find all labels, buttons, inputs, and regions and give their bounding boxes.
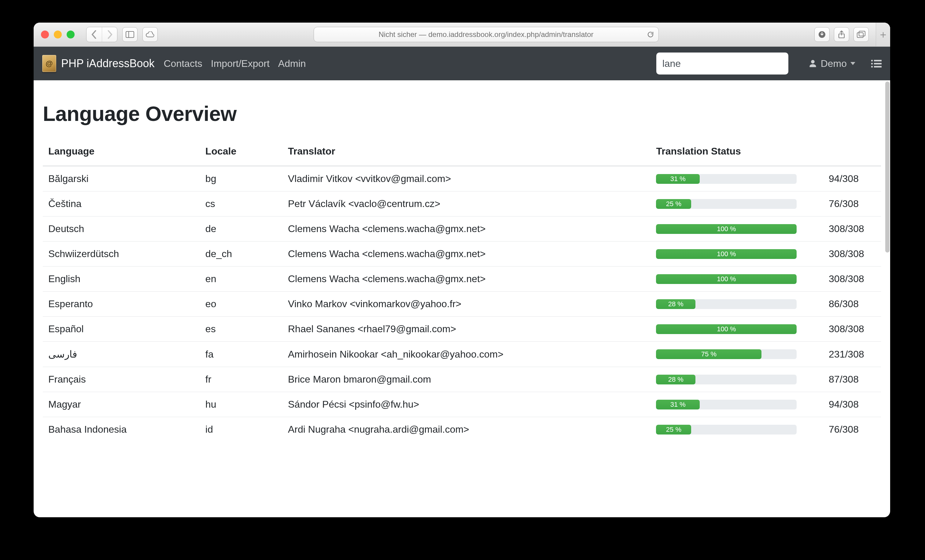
progress-pct: 100 %: [656, 324, 797, 334]
user-icon: [809, 59, 817, 68]
cell-language: Esperanto: [43, 291, 200, 317]
progress-bar: 31 %: [656, 174, 797, 184]
address-bar[interactable]: Nicht sicher — demo.iaddressbook.org/ind…: [313, 27, 659, 42]
progress-pct: 28 %: [656, 375, 695, 384]
progress-bar: 100 %: [656, 324, 797, 334]
share-button[interactable]: [834, 27, 849, 42]
cell-locale: id: [200, 417, 282, 442]
table-row: EsperantoeoVinko Markov <vinkomarkov@yah…: [43, 291, 881, 317]
search-input[interactable]: [656, 53, 788, 75]
table-row: EspañolesRhael Sananes <rhael79@gmail.co…: [43, 317, 881, 342]
progress-bar: 100 %: [656, 249, 797, 259]
cell-translator: Amirhosein Nikookar <ah_nikookar@yahoo.c…: [282, 342, 651, 367]
chevron-down-icon: [850, 62, 855, 65]
cell-language: Schwiizerdütsch: [43, 242, 200, 267]
scrollbar[interactable]: [884, 80, 890, 517]
language-table: Language Locale Translator Translation S…: [43, 140, 881, 442]
cell-language: Bahasa Indonesia: [43, 417, 200, 442]
progress-pct: 28 %: [656, 299, 695, 309]
user-label: Demo: [821, 58, 847, 69]
table-row: DeutschdeClemens Wacha <clemens.wacha@gm…: [43, 216, 881, 242]
cell-language: Deutsch: [43, 216, 200, 242]
cell-translator: Vinko Markov <vinkomarkov@yahoo.fr>: [282, 291, 651, 317]
cell-status: 100 %: [651, 267, 823, 291]
nav-admin[interactable]: Admin: [278, 58, 306, 69]
show-tabs-button[interactable]: [853, 27, 869, 42]
cell-status: 25 %: [651, 417, 823, 442]
table-row: فارسیfaAmirhosein Nikookar <ah_nikookar@…: [43, 342, 881, 367]
zoom-window-button[interactable]: [67, 30, 75, 39]
nav-links: Contacts Import/Export Admin: [164, 58, 306, 69]
close-window-button[interactable]: [41, 30, 49, 39]
cell-language: Français: [43, 367, 200, 392]
cell-language: Magyar: [43, 392, 200, 417]
cell-translator: Petr Václavík <vaclo@centrum.cz>: [282, 191, 651, 216]
cell-locale: cs: [200, 191, 282, 216]
scrollbar-thumb[interactable]: [885, 81, 890, 252]
brand[interactable]: PHP iAddressBook: [42, 55, 155, 72]
icloud-tabs-button[interactable]: [142, 27, 158, 42]
cell-count: 87/308: [823, 367, 881, 392]
progress-pct: 31 %: [656, 174, 700, 184]
forward-button[interactable]: [102, 27, 117, 42]
cell-language: English: [43, 267, 200, 291]
progress-bar: 25 %: [656, 425, 797, 434]
cell-status: 75 %: [651, 342, 823, 367]
list-view-button[interactable]: [871, 59, 881, 68]
cell-count: 94/308: [823, 166, 881, 191]
new-tab-button[interactable]: ＋: [876, 23, 890, 47]
progress-pct: 31 %: [656, 400, 700, 410]
cell-count: 76/308: [823, 417, 881, 442]
table-row: Bahasa IndonesiaidArdi Nugraha <nugraha.…: [43, 417, 881, 442]
cell-status: 31 %: [651, 392, 823, 417]
user-menu[interactable]: Demo: [809, 58, 855, 69]
svg-rect-5: [859, 31, 865, 36]
chrome-right-tools: [814, 27, 869, 42]
minimize-window-button[interactable]: [54, 30, 62, 39]
browser-window: Nicht sicher — demo.iaddressbook.org/ind…: [34, 23, 890, 517]
cell-count: 76/308: [823, 191, 881, 216]
cell-translator: Brice Maron bmaron@gmail.com: [282, 367, 651, 392]
cell-locale: hu: [200, 392, 282, 417]
cell-locale: es: [200, 317, 282, 342]
svg-rect-11: [874, 66, 881, 68]
cell-language: فارسی: [43, 342, 200, 367]
svg-rect-10: [871, 66, 873, 68]
table-row: Schwiizerdütschde_chClemens Wacha <cleme…: [43, 242, 881, 267]
page-content: Language Overview Language Locale Transl…: [34, 80, 890, 517]
cell-count: 231/308: [823, 342, 881, 367]
back-button[interactable]: [86, 27, 102, 42]
svg-rect-7: [874, 60, 881, 62]
cell-translator: Rhael Sananes <rhael79@gmail.com>: [282, 317, 651, 342]
svg-rect-8: [871, 63, 873, 65]
cell-translator: Sándor Pécsi <psinfo@fw.hu>: [282, 392, 651, 417]
table-row: MagyarhuSándor Pécsi <psinfo@fw.hu>31 %9…: [43, 392, 881, 417]
progress-bar: 75 %: [656, 349, 797, 359]
cell-locale: fr: [200, 367, 282, 392]
progress-pct: 100 %: [656, 224, 797, 234]
cell-language: Čeština: [43, 191, 200, 216]
progress-bar: 28 %: [656, 299, 797, 309]
brand-icon: [42, 55, 56, 72]
table-row: FrançaisfrBrice Maron bmaron@gmail.com28…: [43, 367, 881, 392]
progress-bar: 31 %: [656, 400, 797, 410]
downloads-button[interactable]: [814, 27, 830, 42]
nav-import-export[interactable]: Import/Export: [211, 58, 270, 69]
cell-locale: fa: [200, 342, 282, 367]
progress-bar: 100 %: [656, 274, 797, 284]
nav-contacts[interactable]: Contacts: [164, 58, 202, 69]
table-row: BălgarskibgVladimir Vitkov <vvitkov@gmai…: [43, 166, 881, 191]
progress-bar: 25 %: [656, 199, 797, 209]
svg-rect-6: [871, 60, 873, 62]
cell-count: 94/308: [823, 392, 881, 417]
reload-icon[interactable]: [647, 31, 654, 38]
page-title: Language Overview: [43, 102, 881, 126]
svg-rect-9: [874, 63, 881, 65]
col-status: Translation Status: [651, 140, 881, 166]
cell-locale: bg: [200, 166, 282, 191]
progress-bar: 28 %: [656, 375, 797, 384]
sidebar-toggle-button[interactable]: [122, 27, 137, 42]
cell-status: 31 %: [651, 166, 823, 191]
browser-chrome: Nicht sicher — demo.iaddressbook.org/ind…: [34, 23, 890, 47]
table-row: ČeštinacsPetr Václavík <vaclo@centrum.cz…: [43, 191, 881, 216]
